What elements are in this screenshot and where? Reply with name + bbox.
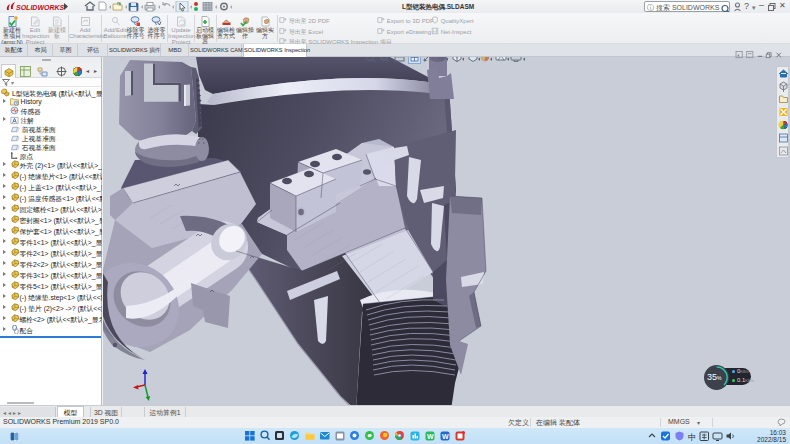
svg-text:W: W xyxy=(442,433,449,440)
svg-text:中: 中 xyxy=(688,432,697,442)
svg-text:W: W xyxy=(427,433,434,440)
